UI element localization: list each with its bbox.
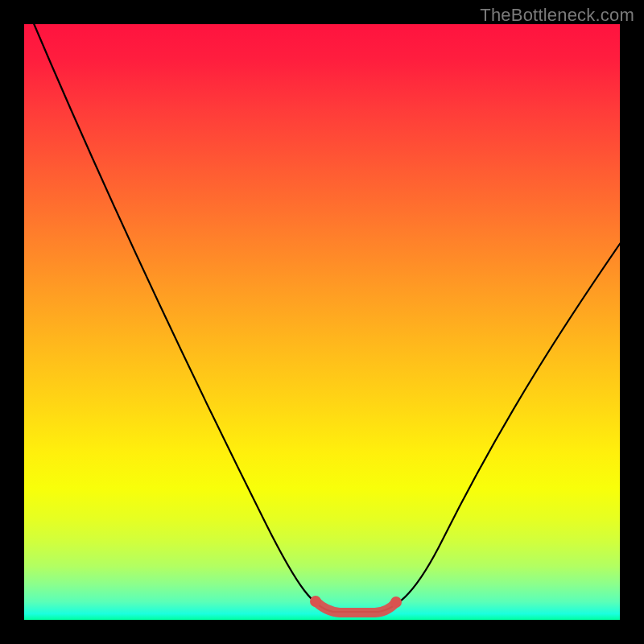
bottleneck-curve-svg — [24, 24, 620, 620]
plot-area — [24, 24, 620, 620]
optimal-range-highlight — [316, 601, 396, 613]
optimal-range-end-dot — [390, 597, 402, 608]
chart-frame: TheBottleneck.com — [0, 0, 644, 644]
optimal-range-start-dot — [310, 596, 321, 607]
bottleneck-curve — [31, 16, 621, 612]
watermark-text: TheBottleneck.com — [480, 5, 634, 26]
